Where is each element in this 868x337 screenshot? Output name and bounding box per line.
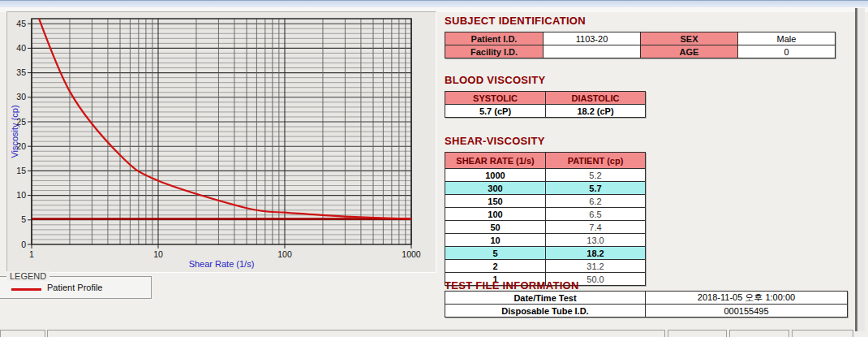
shear-rate-cell: 5 bbox=[445, 247, 546, 260]
svg-text:5: 5 bbox=[21, 214, 26, 224]
svg-text:1: 1 bbox=[29, 249, 34, 259]
patient-id-value: 1103-20 bbox=[544, 32, 641, 45]
shear-rate-column-header: SHEAR RATE (1/s) bbox=[445, 153, 546, 169]
shear-row: 518.2 bbox=[445, 247, 646, 260]
svg-text:0: 0 bbox=[21, 240, 26, 249]
blood-viscosity-table: SYSTOLIC DIASTOLIC 5.7 (cP) 18.2 (cP) bbox=[445, 91, 646, 118]
shear-rate-cell: 1000 bbox=[445, 169, 546, 182]
shear-viscosity-title: SHEAR-VISCOSITY bbox=[445, 135, 545, 147]
shear-row: 10005.2 bbox=[445, 169, 646, 182]
svg-text:10: 10 bbox=[16, 190, 26, 200]
shear-row: 507.4 bbox=[445, 221, 646, 234]
sex-value: Male bbox=[738, 32, 836, 45]
patient-value-cell: 5.2 bbox=[546, 169, 646, 182]
table-row: Patient I.D. 1103-20 SEX Male bbox=[445, 32, 836, 45]
status-bar-cell bbox=[47, 330, 665, 337]
patient-value-cell: 7.4 bbox=[546, 221, 646, 234]
svg-text:1000: 1000 bbox=[402, 249, 421, 259]
table-row: 5.7 (cP) 18.2 (cP) bbox=[445, 105, 646, 118]
x-axis-label: Shear Rate (1/s) bbox=[189, 259, 255, 269]
table-row: Facility I.D. AGE 0 bbox=[445, 45, 836, 58]
viscosity-chart-panel: 0510152025303540451101001000Shear Rate (… bbox=[6, 11, 436, 273]
svg-text:45: 45 bbox=[16, 19, 26, 28]
shear-rate-cell: 300 bbox=[445, 182, 546, 195]
sex-label: SEX bbox=[641, 32, 738, 45]
status-bar-cell bbox=[668, 330, 727, 337]
table-row: SYSTOLIC DIASTOLIC bbox=[445, 92, 646, 105]
patient-value-cell: 31.2 bbox=[546, 260, 646, 273]
shear-row: 1506.2 bbox=[445, 195, 646, 208]
patient-value-cell: 18.2 bbox=[546, 247, 646, 260]
facility-id-value bbox=[544, 45, 641, 58]
legend-entry-label: Patient Profile bbox=[47, 283, 102, 292]
window-right-gutter bbox=[857, 8, 865, 331]
patient-column-header: PATIENT (cp) bbox=[546, 153, 646, 169]
test-file-table: Date/Time Test 2018-11-05 오후 1:00:00 Dis… bbox=[445, 291, 848, 318]
shear-rate-cell: 150 bbox=[445, 195, 546, 208]
shear-rate-cell: 10 bbox=[445, 234, 546, 247]
test-file-information-title: TEST FILE INFORMATION bbox=[445, 279, 579, 292]
viscosity-chart: 0510152025303540451101001000Shear Rate (… bbox=[7, 12, 436, 272]
patient-id-label: Patient I.D. bbox=[445, 32, 544, 45]
diastolic-label: DIASTOLIC bbox=[546, 92, 646, 105]
shear-rate-cell: 2 bbox=[445, 260, 546, 273]
window-top-strip bbox=[0, 0, 868, 7]
date-time-test-label: Date/Time Test bbox=[445, 292, 646, 305]
systolic-label: SYSTOLIC bbox=[445, 92, 546, 105]
table-header-row: SHEAR RATE (1/s) PATIENT (cp) bbox=[445, 153, 646, 169]
y-axis-label: Viscosity (cp) bbox=[10, 105, 19, 158]
age-value: 0 bbox=[738, 45, 836, 58]
svg-text:40: 40 bbox=[16, 43, 26, 53]
facility-id-label: Facility I.D. bbox=[445, 45, 544, 58]
svg-text:30: 30 bbox=[16, 92, 26, 102]
diastolic-value: 18.2 (cP) bbox=[546, 105, 646, 118]
svg-text:35: 35 bbox=[16, 67, 26, 77]
status-bar-cell bbox=[792, 330, 853, 337]
shear-row: 1013.0 bbox=[445, 234, 646, 247]
status-bar-cell bbox=[729, 330, 789, 337]
subject-identification-title: SUBJECT IDENTIFICATION bbox=[445, 15, 586, 27]
shear-rate-cell: 100 bbox=[445, 208, 546, 221]
date-time-test-value: 2018-11-05 오후 1:00:00 bbox=[646, 292, 848, 305]
table-row: Disposable Tube I.D. 000155495 bbox=[445, 305, 848, 318]
systolic-value: 5.7 (cP) bbox=[445, 105, 546, 118]
shear-row: 1006.5 bbox=[445, 208, 646, 221]
table-row: Date/Time Test 2018-11-05 오후 1:00:00 bbox=[445, 292, 848, 305]
patient-value-cell: 5.7 bbox=[546, 182, 646, 195]
subject-table: Patient I.D. 1103-20 SEX Male Facility I… bbox=[445, 32, 836, 58]
age-label: AGE bbox=[641, 45, 738, 58]
patient-profile-line-swatch bbox=[11, 288, 41, 291]
svg-text:15: 15 bbox=[16, 166, 26, 175]
disposable-tube-id-value: 000155495 bbox=[646, 305, 848, 318]
shear-row: 3005.7 bbox=[445, 182, 646, 195]
blood-viscosity-title: BLOOD VISCOSITY bbox=[445, 74, 545, 86]
shear-row: 231.2 bbox=[445, 260, 646, 273]
disposable-tube-id-label: Disposable Tube I.D. bbox=[445, 305, 646, 318]
svg-text:100: 100 bbox=[277, 249, 292, 259]
legend-title: LEGEND bbox=[6, 271, 49, 281]
shear-rate-cell: 50 bbox=[445, 221, 546, 234]
shear-viscosity-table: SHEAR RATE (1/s) PATIENT (cp) 10005.2300… bbox=[445, 152, 646, 286]
status-bar-cell bbox=[0, 330, 45, 337]
patient-value-cell: 6.5 bbox=[546, 208, 646, 221]
patient-value-cell: 13.0 bbox=[546, 234, 646, 247]
svg-text:10: 10 bbox=[153, 249, 163, 259]
patient-value-cell: 6.2 bbox=[546, 195, 646, 208]
